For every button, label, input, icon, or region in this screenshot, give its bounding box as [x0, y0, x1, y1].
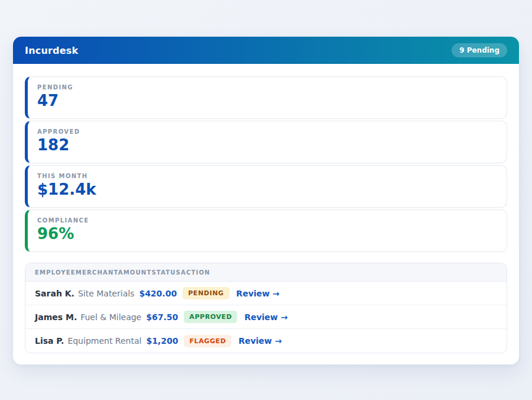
- review-link[interactable]: Review →: [244, 312, 287, 322]
- merchant-name: Fuel & Mileage: [80, 312, 141, 322]
- stat-label: THIS MONTH: [37, 173, 496, 179]
- status-badge: PENDING: [183, 287, 229, 299]
- expense-amount: $420.00: [139, 289, 177, 298]
- column-header-merchant: MERCHANT: [76, 269, 118, 276]
- status-badge: APPROVED: [184, 311, 237, 323]
- table-header-row: EMPLOYEEMERCHANTAMOUNTSTATUSACTION: [25, 263, 507, 282]
- employee-name: Sarah K.: [35, 289, 74, 298]
- merchant-name: Equipment Rental: [67, 336, 141, 346]
- review-link[interactable]: Review →: [236, 289, 280, 298]
- column-header-status: STATUS: [151, 269, 181, 276]
- merchant-name: Site Materials: [78, 289, 135, 298]
- stat-card-pending: PENDING 47: [25, 76, 507, 119]
- stat-card-this-month: THIS MONTH $12.4k: [25, 165, 507, 208]
- column-header-employee: EMPLOYEE: [35, 269, 76, 276]
- app-title: Incurdesk: [25, 45, 78, 56]
- employee-name: Lisa P.: [35, 336, 64, 346]
- table-row: James M. Fuel & Mileage $67.50 APPROVED …: [25, 305, 507, 329]
- stat-card-approved: APPROVED 182: [25, 121, 507, 163]
- table-row: Lisa P. Equipment Rental $1,200 FLAGGED …: [25, 329, 507, 353]
- stats-section: PENDING 47 APPROVED 182 THIS MONTH $12.4…: [13, 64, 519, 252]
- table-row: Sarah K. Site Materials $420.00 PENDING …: [25, 282, 507, 305]
- expense-amount: $67.50: [146, 312, 178, 322]
- stat-label: COMPLIANCE: [37, 217, 496, 224]
- review-link[interactable]: Review →: [238, 336, 281, 346]
- expense-amount: $1,200: [146, 336, 178, 346]
- status-badge: FLAGGED: [184, 335, 231, 347]
- column-header-amount: AMOUNT: [118, 269, 152, 276]
- expense-table: EMPLOYEEMERCHANTAMOUNTSTATUSACTION Sarah…: [25, 263, 507, 353]
- app-header: Incurdesk 9 Pending: [13, 37, 519, 64]
- stat-label: APPROVED: [37, 128, 496, 135]
- pending-count-badge: 9 Pending: [452, 43, 507, 57]
- employee-name: James M.: [35, 312, 77, 322]
- stat-label: PENDING: [37, 84, 496, 91]
- stat-card-compliance: COMPLIANCE 96%: [25, 209, 507, 252]
- app-card: Incurdesk 9 Pending PENDING 47 APPROVED …: [13, 37, 519, 364]
- column-header-action: ACTION: [181, 269, 210, 276]
- stat-value: 182: [37, 137, 496, 154]
- stat-value: 47: [37, 92, 496, 110]
- stat-value: 96%: [37, 225, 496, 243]
- stat-value: $12.4k: [37, 181, 496, 199]
